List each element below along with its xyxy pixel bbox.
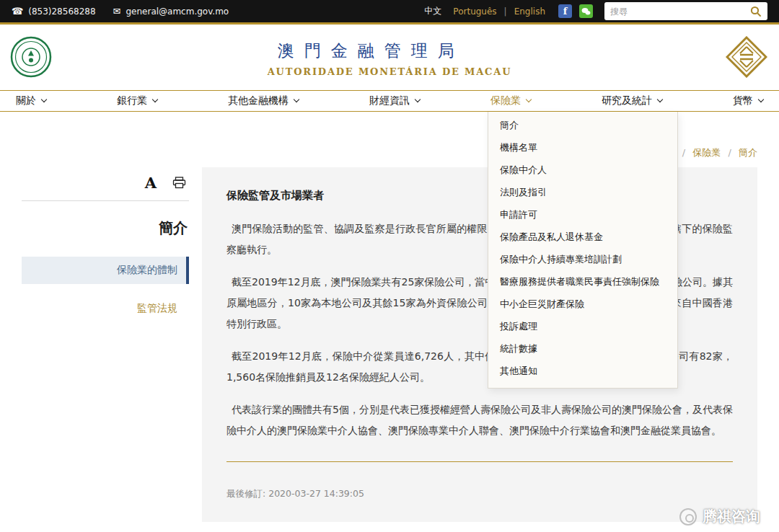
dropdown-item[interactable]: 醫療服務提供者職業民事責任強制保險 xyxy=(488,270,677,293)
sidebar-heading: 簡介 xyxy=(22,218,189,238)
nav-item-label: 其他金融機構 xyxy=(228,94,289,107)
dropdown-item[interactable]: 保險中介人持續專業培訓計劃 xyxy=(488,248,677,270)
print-icon[interactable] xyxy=(172,177,186,189)
nav-item-banking[interactable]: 銀行業 xyxy=(117,94,157,107)
lang-pt-link[interactable]: Português xyxy=(453,6,496,17)
amcm-emblem-logo xyxy=(726,36,767,81)
topbar-actions: 中文 Português | English f xyxy=(418,2,767,20)
nav-item-about[interactable]: 關於 xyxy=(16,94,46,107)
sidebar-item-regulations[interactable]: 監管法規 xyxy=(22,296,189,322)
chevron-down-icon xyxy=(41,97,47,102)
amcm-seal-logo[interactable] xyxy=(10,36,52,81)
sidebar-item-insurance-system[interactable]: 保險業的體制 xyxy=(22,257,189,284)
dropdown-item[interactable]: 機構名單 xyxy=(488,136,677,159)
content-divider xyxy=(226,461,733,462)
nav-item-label: 研究及統計 xyxy=(602,94,652,107)
sidebar-tools: A xyxy=(22,175,189,190)
dropdown-item[interactable]: 保險中介人 xyxy=(488,159,677,181)
dropdown-item[interactable]: 其他通知 xyxy=(488,360,677,382)
dropdown-item[interactable]: 保險產品及私人退休基金 xyxy=(488,226,677,248)
lang-separator: | xyxy=(504,6,507,17)
dropdown-item[interactable]: 統計數據 xyxy=(488,337,677,360)
last-modified: 最後修訂: 2020-03-27 14:39:05 xyxy=(226,488,733,500)
search-input[interactable] xyxy=(610,6,750,17)
breadcrumb-section[interactable]: 保險業 xyxy=(692,147,721,158)
email-address: general@amcm.gov.mo xyxy=(126,6,229,17)
search-icon[interactable] xyxy=(750,6,762,17)
sidebar-divider xyxy=(22,200,189,201)
site-title-zh: 澳門金融管理局 xyxy=(268,40,512,62)
wechat-icon[interactable] xyxy=(579,4,593,18)
nav-item-research-statistics[interactable]: 研究及統計 xyxy=(602,94,662,107)
dropdown-item[interactable]: 中小企巨災財產保險 xyxy=(488,293,677,315)
nav-item-financial-info[interactable]: 財經資訊 xyxy=(369,94,420,107)
nav-item-label: 保險業 xyxy=(490,94,521,107)
dropdown-item[interactable]: 法則及指引 xyxy=(488,181,677,203)
chevron-down-icon xyxy=(415,97,421,102)
site-header: 澳門金融管理局 AUTORIDADE MONETÁRIA DE MACAU xyxy=(0,27,779,90)
page: ☎ (853)28568288 ✉ general@amcm.gov.mo 中文… xyxy=(0,0,779,532)
phone-icon: ☎ xyxy=(12,6,23,17)
dropdown-item[interactable]: 投訴處理 xyxy=(488,315,677,337)
breadcrumb-separator: / xyxy=(682,147,685,158)
nav-item-label: 銀行業 xyxy=(117,94,147,107)
sidebar: A 簡介 保險業的體制 監管法規 xyxy=(22,175,189,322)
nav-item-insurance[interactable]: 保險業 xyxy=(490,94,531,107)
brand-titles: 澳門金融管理局 AUTORIDADE MONETÁRIA DE MACAU xyxy=(268,40,512,77)
nav-item-label: 貨幣 xyxy=(733,94,753,107)
search-box xyxy=(604,2,767,20)
lang-en-link[interactable]: English xyxy=(514,6,545,17)
dropdown-item[interactable]: 申請許可 xyxy=(488,203,677,226)
site-title-pt: AUTORIDADE MONETÁRIA DE MACAU xyxy=(268,66,512,77)
nav-item-other-financial-institutions[interactable]: 其他金融機構 xyxy=(228,94,299,107)
chevron-down-icon xyxy=(152,97,158,102)
font-size-icon[interactable]: A xyxy=(145,175,157,190)
lang-zh-link[interactable]: 中文 xyxy=(424,5,441,17)
email-contact[interactable]: ✉ general@amcm.gov.mo xyxy=(113,6,229,17)
phone-contact[interactable]: ☎ (853)28568288 xyxy=(12,6,96,17)
chevron-down-icon xyxy=(526,97,532,102)
nav-item-label: 財經資訊 xyxy=(369,94,410,107)
nav-item-label: 關於 xyxy=(16,94,36,107)
facebook-icon[interactable]: f xyxy=(558,4,572,18)
phone-number: (853)28568288 xyxy=(28,6,95,17)
chevron-down-icon xyxy=(657,97,663,102)
breadcrumb-current: 簡介 xyxy=(739,147,757,158)
topbar-contacts: ☎ (853)28568288 ✉ general@amcm.gov.mo xyxy=(12,6,229,17)
main-nav: 關於 銀行業 其他金融機構 財經資訊 保險業 研究及統計 貨幣 xyxy=(0,90,779,112)
topbar: ☎ (853)28568288 ✉ general@amcm.gov.mo 中文… xyxy=(0,0,779,25)
chevron-down-icon xyxy=(294,97,299,102)
email-icon: ✉ xyxy=(113,6,121,17)
breadcrumb-separator: / xyxy=(728,147,731,158)
chevron-down-icon xyxy=(758,97,764,102)
dropdown-item[interactable]: 簡介 xyxy=(488,114,677,136)
nav-item-currency[interactable]: 貨幣 xyxy=(733,94,763,107)
paragraph: 代表該行業的團體共有5個，分別是代表已獲授權經營人壽保險公司及非人壽保險公司的澳… xyxy=(226,399,733,441)
insurance-dropdown-menu: 簡介 機構名單 保險中介人 法則及指引 申請許可 保險產品及私人退休基金 保險中… xyxy=(488,112,678,389)
